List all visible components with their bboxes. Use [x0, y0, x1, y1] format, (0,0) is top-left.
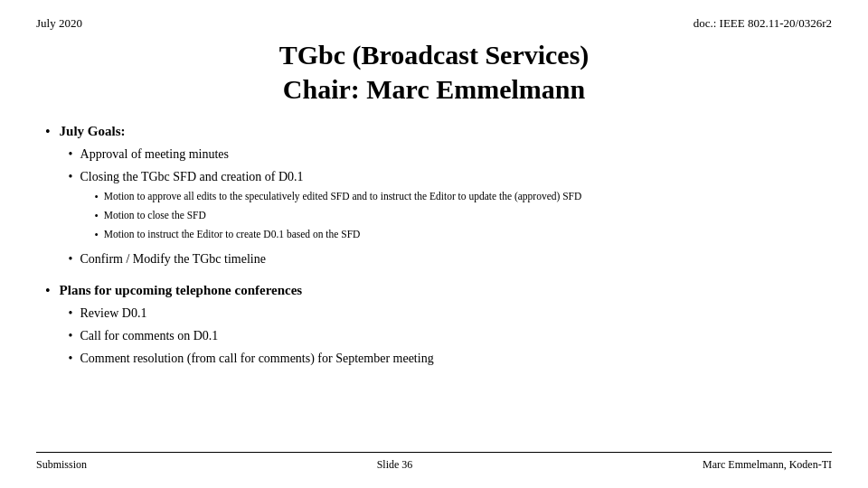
- sub-bullet-text-2-3: Comment resolution (from call for commen…: [80, 349, 434, 368]
- sub-bullet-text-1-1: Approval of meeting minutes: [80, 145, 229, 164]
- footer-center: Slide 36: [377, 458, 413, 472]
- sub-sub-dot-1-2-3: •: [95, 227, 99, 243]
- sub-sub-bullets-1-2: • Motion to approve all edits to the spe…: [80, 189, 582, 243]
- sub-sub-dot-1-2-2: •: [95, 208, 99, 224]
- sub-bullet-1-1: • Approval of meeting minutes: [69, 145, 832, 164]
- sub-sub-bullet-1-2-3: • Motion to instruct the Editor to creat…: [95, 227, 582, 243]
- sub-bullet-dot-1-3: •: [69, 249, 73, 268]
- footer-left: Submission: [36, 458, 87, 472]
- title-line1: TGbc (Broadcast Services): [36, 38, 832, 72]
- header-date: July 2020: [36, 16, 82, 31]
- sub-bullets-2: • Review D0.1 • Call for comments on D0.…: [60, 304, 832, 368]
- content-section: • July Goals: • Approval of meeting minu…: [36, 122, 832, 452]
- main-bullet-1: • July Goals: • Approval of meeting minu…: [45, 122, 832, 272]
- sub-bullet-2-2: • Call for comments on D0.1: [69, 326, 832, 345]
- main-bullet-label-1: July Goals:: [60, 122, 832, 141]
- sub-bullet-dot-2-3: •: [69, 349, 73, 368]
- sub-bullet-2-3: • Comment resolution (from call for comm…: [69, 349, 832, 368]
- sub-bullets-1: • Approval of meeting minutes • Closing …: [60, 145, 832, 268]
- footer-row: Submission Slide 36 Marc Emmelmann, Kode…: [36, 452, 832, 472]
- sub-bullet-dot-2-2: •: [69, 326, 73, 345]
- bullet-content-2: Plans for upcoming telephone conferences…: [60, 281, 832, 371]
- sub-sub-dot-1-2-1: •: [95, 189, 99, 205]
- sub-bullet-text-1-2: Closing the TGbc SFD and creation of D0.…: [80, 170, 304, 183]
- title-line2: Chair: Marc Emmelmann: [36, 72, 832, 107]
- sub-bullet-dot-1-2: •: [69, 167, 73, 186]
- title-section: TGbc (Broadcast Services) Chair: Marc Em…: [36, 38, 832, 106]
- bullet-dot-1: •: [45, 122, 51, 142]
- sub-bullet-1-2: • Closing the TGbc SFD and creation of D…: [69, 167, 832, 246]
- main-bullet-label-2: Plans for upcoming telephone conferences: [60, 281, 832, 300]
- footer-right: Marc Emmelmann, Koden-TI: [703, 458, 832, 472]
- header-row: July 2020 doc.: IEEE 802.11-20/0326r2: [36, 16, 832, 31]
- sub-bullet-text-2-2: Call for comments on D0.1: [80, 326, 219, 345]
- sub-sub-text-1-2-3: Motion to instruct the Editor to create …: [104, 227, 361, 242]
- sub-bullet-text-1-3: Confirm / Modify the TGbc timeline: [80, 249, 266, 268]
- sub-sub-bullet-1-2-2: • Motion to close the SFD: [95, 208, 582, 224]
- sub-bullet-text-2-1: Review D0.1: [80, 304, 147, 323]
- slide-container: July 2020 doc.: IEEE 802.11-20/0326r2 TG…: [0, 0, 868, 488]
- bullet-dot-2: •: [45, 281, 51, 301]
- sub-sub-bullet-1-2-1: • Motion to approve all edits to the spe…: [95, 189, 582, 205]
- sub-sub-text-1-2-2: Motion to close the SFD: [104, 208, 206, 223]
- main-bullet-2: • Plans for upcoming telephone conferenc…: [45, 281, 832, 371]
- sub-bullet-1-3: • Confirm / Modify the TGbc timeline: [69, 249, 832, 268]
- sub-bullet-2-1: • Review D0.1: [69, 304, 832, 323]
- sub-bullet-block-1-2: Closing the TGbc SFD and creation of D0.…: [80, 167, 582, 246]
- sub-bullet-dot-2-1: •: [69, 304, 73, 323]
- sub-sub-text-1-2-1: Motion to approve all edits to the specu…: [104, 189, 582, 204]
- header-doc: doc.: IEEE 802.11-20/0326r2: [693, 16, 832, 31]
- bullet-content-1: July Goals: • Approval of meeting minute…: [60, 122, 832, 272]
- sub-bullet-dot-1-1: •: [69, 145, 73, 164]
